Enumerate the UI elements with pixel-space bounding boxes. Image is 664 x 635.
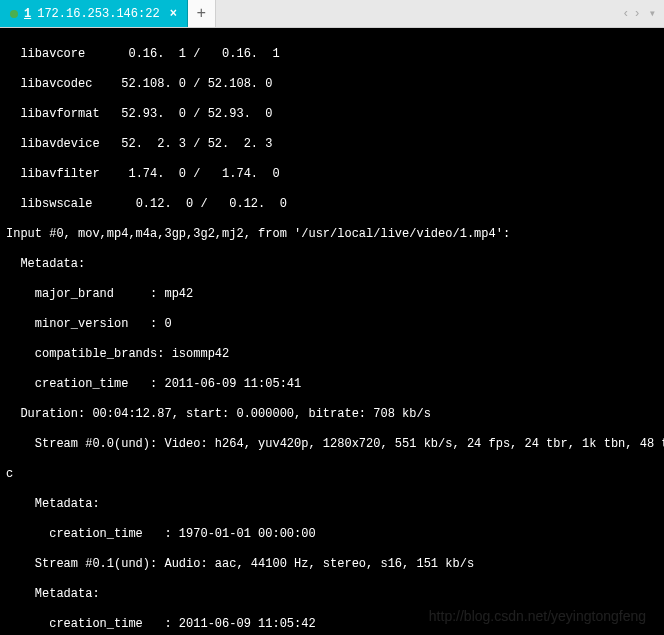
lib-row: libavfilter 1.74. 0 / 1.74. 0 xyxy=(6,167,658,182)
tab-index: 1 xyxy=(24,7,31,21)
lib-row: libavformat 52.93. 0 / 52.93. 0 xyxy=(6,107,658,122)
metadata-row: minor_version : 0 xyxy=(6,317,658,332)
metadata-row: major_brand : mp42 xyxy=(6,287,658,302)
tab-nav-right-icon[interactable]: › xyxy=(634,7,641,21)
metadata-label: Metadata: xyxy=(6,257,658,272)
input-header: Input #0, mov,mp4,m4a,3gp,3g2,mj2, from … xyxy=(6,227,658,242)
tab-nav-left-icon[interactable]: ‹ xyxy=(622,7,629,21)
tab-label: 172.16.253.146:22 xyxy=(37,7,159,21)
metadata-row: creation_time : 2011-06-09 11:05:42 xyxy=(6,617,658,632)
connection-status-dot-icon xyxy=(10,10,18,18)
tab-nav: ‹ › ▾ xyxy=(614,0,664,27)
lib-row: libavdevice 52. 2. 3 / 52. 2. 3 xyxy=(6,137,658,152)
duration-row: Duration: 00:04:12.87, start: 0.000000, … xyxy=(6,407,658,422)
add-tab-button[interactable]: + xyxy=(188,0,216,27)
stream-row: c xyxy=(6,467,658,482)
lib-row: libswscale 0.12. 0 / 0.12. 0 xyxy=(6,197,658,212)
tab-dropdown-icon[interactable]: ▾ xyxy=(649,6,656,21)
metadata-label: Metadata: xyxy=(6,497,658,512)
tab-bar: 1 172.16.253.146:22 × + ‹ › ▾ xyxy=(0,0,664,28)
terminal-output[interactable]: libavcore 0.16. 1 / 0.16. 1 libavcodec 5… xyxy=(0,28,664,635)
metadata-row: compatible_brands: isommp42 xyxy=(6,347,658,362)
terminal-tab-active[interactable]: 1 172.16.253.146:22 × xyxy=(0,0,188,27)
metadata-label: Metadata: xyxy=(6,587,658,602)
lib-row: libavcodec 52.108. 0 / 52.108. 0 xyxy=(6,77,658,92)
lib-row: libavcore 0.16. 1 / 0.16. 1 xyxy=(6,47,658,62)
close-tab-icon[interactable]: × xyxy=(170,7,177,21)
metadata-row: creation_time : 2011-06-09 11:05:41 xyxy=(6,377,658,392)
stream-row: Stream #0.0(und): Video: h264, yuv420p, … xyxy=(6,437,658,452)
metadata-row: creation_time : 1970-01-01 00:00:00 xyxy=(6,527,658,542)
stream-row: Stream #0.1(und): Audio: aac, 44100 Hz, … xyxy=(6,557,658,572)
